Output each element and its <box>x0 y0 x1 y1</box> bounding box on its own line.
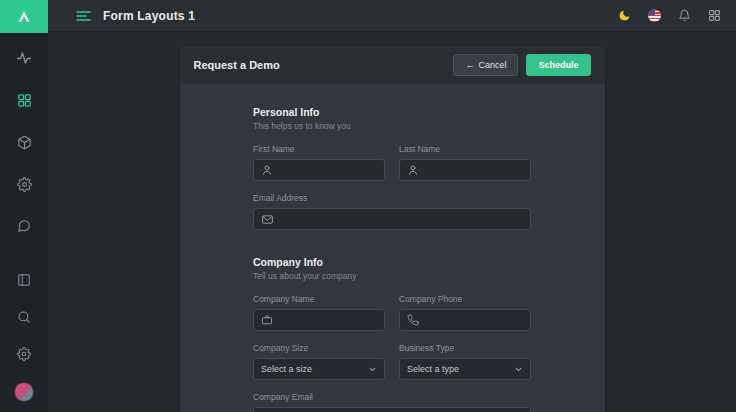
company-size-label: Company Size <box>253 343 385 353</box>
sidebar-item-settings[interactable] <box>15 345 33 363</box>
company-info-section-header: Company Info Tell us about your company <box>253 256 531 281</box>
company-email-input[interactable] <box>253 407 531 412</box>
theme-toggle[interactable] <box>617 8 632 23</box>
activity-icon <box>16 50 32 66</box>
company-phone-label: Company Phone <box>399 294 531 304</box>
phone-icon <box>407 314 419 326</box>
section-title: Company Info <box>253 256 531 268</box>
card-title: Request a Demo <box>194 59 280 71</box>
grid-icon <box>17 93 32 108</box>
select-row: Company Size Select a size <box>253 343 531 380</box>
app-logo[interactable] <box>0 0 48 33</box>
sidebar-item-activity[interactable] <box>15 49 33 67</box>
email-input[interactable] <box>253 208 531 230</box>
name-row: First Name Last Name <box>253 144 531 181</box>
section-subtitle: Tell us about your company <box>253 271 531 281</box>
back-arrow-icon: ← <box>465 60 474 70</box>
apps-menu-button[interactable] <box>707 8 722 23</box>
business-type-label: Business Type <box>399 343 531 353</box>
last-name-label: Last Name <box>399 144 531 154</box>
notifications-button[interactable] <box>677 8 692 23</box>
person-icon <box>407 164 419 176</box>
briefcase-icon <box>261 314 273 326</box>
topbar: Form Layouts 1 <box>48 0 736 32</box>
search-icon <box>17 310 31 324</box>
envelope-icon <box>261 213 274 226</box>
section-title: Personal Info <box>253 106 531 118</box>
sidebar-item-layout[interactable] <box>15 271 33 289</box>
card-header: Request a Demo ← Cancel Schedule <box>180 46 605 84</box>
last-name-input[interactable] <box>399 159 531 181</box>
company-row: Company Name Com <box>253 294 531 331</box>
moon-icon <box>618 9 631 22</box>
first-name-label: First Name <box>253 144 385 154</box>
selected-value: Select a size <box>261 364 312 374</box>
company-name-field: Company Name <box>253 294 385 331</box>
company-email-label: Company Email <box>253 392 531 402</box>
main-content: Request a Demo ← Cancel Schedule Persona… <box>48 32 736 412</box>
business-type-select[interactable]: Select a type <box>399 358 531 380</box>
sidebar-item-search[interactable] <box>15 308 33 326</box>
menu-toggle-icon[interactable] <box>76 10 91 22</box>
person-icon <box>261 164 273 176</box>
card-actions: ← Cancel Schedule <box>453 54 590 76</box>
language-selector[interactable] <box>647 8 662 23</box>
cancel-button-label: Cancel <box>478 60 506 70</box>
schedule-button[interactable]: Schedule <box>526 54 590 76</box>
email-field: Email Address <box>253 193 531 230</box>
chat-icon <box>17 219 31 233</box>
sidebar-item-gear[interactable] <box>15 175 33 193</box>
topbar-actions <box>617 8 722 23</box>
selected-value: Select a type <box>407 364 459 374</box>
gear-icon <box>17 347 31 361</box>
cube-icon <box>17 135 32 150</box>
company-size-select[interactable]: Select a size <box>253 358 385 380</box>
gear-icon <box>17 177 32 192</box>
company-phone-input[interactable] <box>399 309 531 331</box>
company-name-label: Company Name <box>253 294 385 304</box>
demo-request-form: Personal Info This helps us to know you … <box>253 106 531 412</box>
layout-icon <box>17 273 31 287</box>
company-phone-field: Company Phone <box>399 294 531 331</box>
chevron-down-icon <box>514 365 523 374</box>
business-type-field: Business Type Select a type <box>399 343 531 380</box>
sidebar-bottom <box>14 271 34 412</box>
sidebar-item-box[interactable] <box>15 133 33 151</box>
us-flag-icon <box>648 9 661 22</box>
app-root: Form Layouts 1 <box>0 0 736 412</box>
page-title: Form Layouts 1 <box>103 9 195 23</box>
cancel-button[interactable]: ← Cancel <box>453 54 518 76</box>
sidebar-item-chat[interactable] <box>15 217 33 235</box>
personal-info-section-header: Personal Info This helps us to know you <box>253 106 531 131</box>
apps-grid-icon <box>708 9 721 22</box>
card-body: Personal Info This helps us to know you … <box>180 84 605 412</box>
company-name-input[interactable] <box>253 309 385 331</box>
logo-triangle-icon <box>16 9 32 25</box>
request-demo-card: Request a Demo ← Cancel Schedule Persona… <box>180 46 605 412</box>
first-name-input[interactable] <box>253 159 385 181</box>
last-name-field: Last Name <box>399 144 531 181</box>
company-size-field: Company Size Select a size <box>253 343 385 380</box>
sidebar <box>0 0 48 412</box>
bell-icon <box>678 9 691 22</box>
company-email-field: Company Email <box>253 392 531 412</box>
sidebar-item-grid[interactable] <box>15 91 33 109</box>
section-subtitle: This helps us to know you <box>253 121 531 131</box>
user-avatar[interactable] <box>14 382 34 402</box>
email-label: Email Address <box>253 193 531 203</box>
sidebar-nav <box>15 49 33 235</box>
first-name-field: First Name <box>253 144 385 181</box>
chevron-down-icon <box>368 365 377 374</box>
